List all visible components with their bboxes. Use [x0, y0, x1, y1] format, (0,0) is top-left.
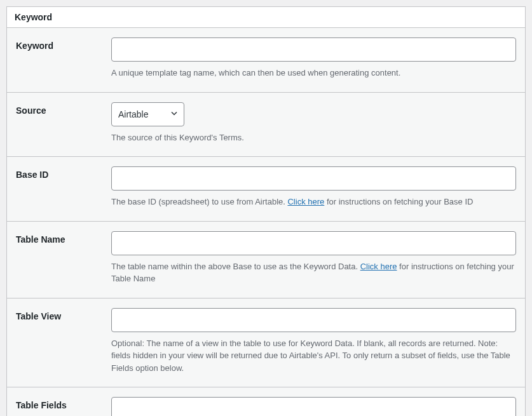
table-view-input[interactable]	[111, 308, 516, 332]
table-name-input[interactable]	[111, 231, 516, 255]
row-base-id: Base ID The base ID (spreadsheet) to use…	[7, 157, 525, 222]
settings-form: Keyword A unique template tag name, whic…	[7, 28, 525, 416]
base-id-label: Base ID	[7, 157, 102, 222]
row-table-fields: Table Fields Optional: A comma separated…	[7, 387, 525, 417]
table-fields-label: Table Fields	[7, 387, 102, 417]
source-help: The source of this Keyword's Terms.	[111, 131, 516, 144]
row-table-view: Table View Optional: The name of a view …	[7, 298, 525, 387]
keyword-input[interactable]	[111, 37, 516, 62]
keyword-label: Keyword	[7, 28, 102, 92]
row-source: Source Airtable The source of this Keywo…	[7, 92, 525, 157]
panel-header: Keyword	[7, 7, 525, 28]
keyword-help: A unique template tag name, which can th…	[111, 67, 516, 79]
base-id-input[interactable]	[111, 166, 516, 191]
keyword-panel: Keyword Keyword A unique template tag na…	[6, 6, 526, 416]
base-id-help: The base ID (spreadsheet) to use from Ai…	[111, 196, 516, 208]
source-label: Source	[7, 92, 102, 157]
base-id-help-link[interactable]: Click here	[287, 197, 324, 206]
panel-title: Keyword	[15, 12, 517, 22]
table-name-help-link[interactable]: Click here	[360, 262, 397, 271]
table-name-help: The table name within the above Base to …	[111, 260, 516, 285]
source-select[interactable]: Airtable	[111, 102, 184, 126]
row-table-name: Table Name The table name within the abo…	[7, 221, 525, 298]
table-name-label: Table Name	[7, 221, 102, 298]
row-keyword: Keyword A unique template tag name, whic…	[7, 28, 525, 92]
table-view-label: Table View	[7, 298, 102, 387]
table-view-help: Optional: The name of a view in the tabl…	[111, 337, 516, 375]
table-fields-input[interactable]	[111, 397, 516, 416]
